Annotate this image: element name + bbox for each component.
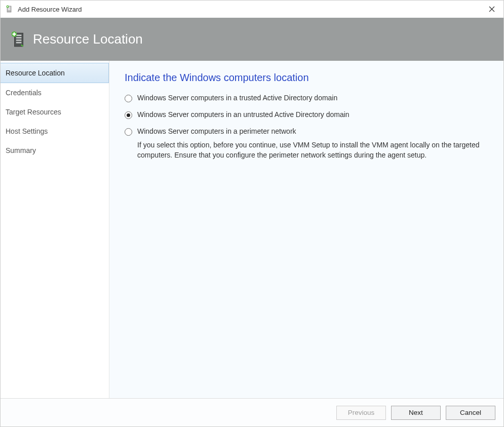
svg-rect-3 — [8, 10, 11, 10]
sidebar-item-host-settings[interactable]: Host Settings — [1, 122, 109, 141]
sidebar-item-label: Target Resources — [6, 108, 61, 116]
sidebar-item-resource-location[interactable]: Resource Location — [1, 63, 109, 83]
svg-rect-6 — [7, 6, 8, 7]
sidebar-item-label: Resource Location — [6, 69, 65, 77]
titlebar: Add Resource Wizard — [1, 1, 503, 18]
svg-rect-16 — [13, 33, 16, 35]
option-label: Windows Server computers in a perimeter … — [137, 127, 296, 135]
option-trusted-domain[interactable]: Windows Server computers in a trusted Ac… — [125, 94, 488, 102]
close-button[interactable] — [480, 1, 503, 18]
server-plus-icon — [10, 31, 27, 48]
svg-rect-2 — [8, 8, 11, 9]
wizard-footer: Previous Next Cancel — [1, 398, 503, 426]
wizard-app-icon — [6, 5, 14, 13]
next-button[interactable]: Next — [391, 406, 441, 420]
radio-icon[interactable] — [125, 111, 132, 119]
svg-rect-13 — [16, 42, 22, 43]
sidebar-item-summary[interactable]: Summary — [1, 141, 109, 160]
option-perimeter-network[interactable]: Windows Server computers in a perimeter … — [125, 127, 488, 136]
sidebar-item-target-resources[interactable]: Target Resources — [1, 102, 109, 122]
window-title: Add Resource Wizard — [18, 6, 82, 13]
svg-rect-10 — [16, 34, 22, 36]
sidebar-item-label: Credentials — [6, 89, 42, 97]
perimeter-note: If you select this option, before you co… — [137, 140, 488, 161]
option-label: Windows Server computers in a trusted Ac… — [137, 94, 337, 102]
previous-button[interactable]: Previous — [336, 406, 386, 420]
radio-icon[interactable] — [125, 128, 132, 136]
wizard-main: Indicate the Windows computers location … — [109, 61, 503, 398]
banner-heading: Resource Location — [33, 31, 143, 47]
wizard-sidebar: Resource Location Credentials Target Res… — [1, 61, 109, 398]
sidebar-item-credentials[interactable]: Credentials — [1, 83, 109, 102]
option-label: Windows Server computers in an untrusted… — [137, 110, 350, 119]
wizard-body: Resource Location Credentials Target Res… — [1, 61, 503, 398]
option-untrusted-domain[interactable]: Windows Server computers in an untrusted… — [125, 110, 488, 119]
cancel-button[interactable]: Cancel — [446, 406, 495, 420]
sidebar-item-label: Host Settings — [6, 127, 48, 135]
page-heading: Indicate the Windows computers location — [125, 72, 488, 84]
sidebar-item-label: Summary — [6, 146, 36, 154]
close-icon — [489, 6, 495, 12]
wizard-banner: Resource Location — [1, 18, 503, 61]
svg-rect-11 — [16, 37, 22, 38]
svg-rect-12 — [16, 40, 22, 41]
radio-icon[interactable] — [125, 95, 132, 102]
